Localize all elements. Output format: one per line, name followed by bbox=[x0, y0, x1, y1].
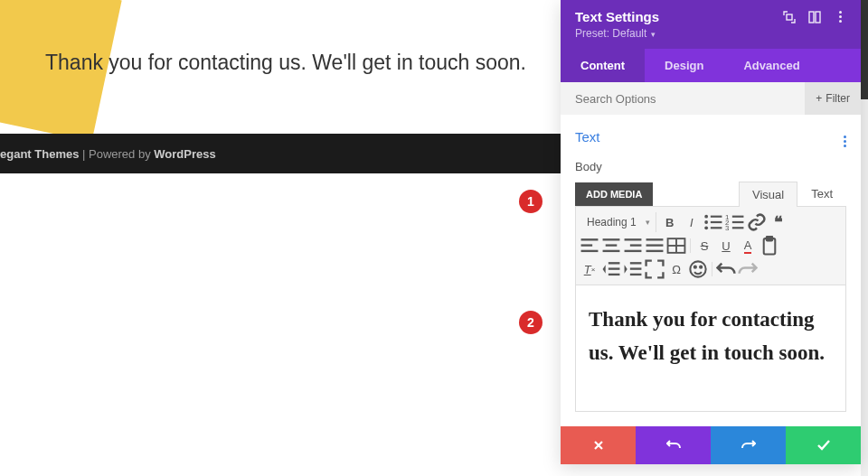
special-char-icon[interactable]: Ω bbox=[666, 259, 686, 279]
search-input[interactable] bbox=[575, 92, 805, 106]
svg-rect-21 bbox=[625, 238, 642, 240]
caret-down-icon: ▾ bbox=[648, 30, 656, 39]
filter-button[interactable]: + Filter bbox=[805, 82, 861, 115]
svg-rect-14 bbox=[732, 227, 744, 229]
editor-toolbar: Heading 1 ▾ B I 123 ❝ S U A bbox=[575, 206, 846, 285]
svg-rect-15 bbox=[581, 238, 599, 240]
svg-rect-33 bbox=[609, 267, 620, 269]
undo-icon[interactable] bbox=[716, 259, 736, 279]
outdent-icon[interactable] bbox=[601, 259, 621, 279]
italic-icon[interactable]: I bbox=[682, 212, 702, 232]
emoji-icon[interactable] bbox=[688, 259, 708, 279]
align-center-icon[interactable] bbox=[601, 236, 621, 256]
editor-tab-text[interactable]: Text bbox=[797, 181, 846, 206]
blockquote-icon[interactable]: ❝ bbox=[769, 212, 788, 232]
svg-rect-24 bbox=[646, 238, 664, 240]
indent-icon[interactable] bbox=[623, 259, 643, 279]
svg-rect-0 bbox=[787, 14, 792, 20]
preset-label: Preset: Default bbox=[575, 27, 646, 40]
align-justify-icon[interactable] bbox=[645, 236, 665, 256]
page-message: Thank you for contacting us. We'll get i… bbox=[45, 51, 526, 75]
svg-text:3: 3 bbox=[725, 224, 730, 232]
align-left-icon[interactable] bbox=[580, 236, 599, 256]
underline-icon[interactable]: U bbox=[716, 236, 736, 256]
svg-point-3 bbox=[704, 215, 708, 219]
footer-theme: egant Themes bbox=[0, 147, 79, 161]
svg-rect-32 bbox=[609, 262, 620, 264]
svg-point-5 bbox=[704, 220, 708, 224]
save-button[interactable] bbox=[786, 426, 861, 464]
svg-point-40 bbox=[700, 266, 702, 268]
text-color-icon[interactable]: A bbox=[738, 236, 758, 256]
align-right-icon[interactable] bbox=[623, 236, 643, 256]
divider bbox=[712, 262, 712, 276]
svg-point-7 bbox=[704, 226, 708, 229]
undo-button[interactable] bbox=[636, 426, 711, 464]
svg-rect-36 bbox=[630, 267, 642, 269]
panel-header: Text Settings Preset: Default ▾ bbox=[561, 0, 861, 49]
redo-button[interactable] bbox=[711, 426, 786, 464]
svg-rect-26 bbox=[646, 250, 664, 252]
section-title: Text bbox=[575, 129, 600, 145]
table-icon[interactable] bbox=[666, 236, 686, 256]
svg-rect-35 bbox=[630, 262, 642, 264]
svg-point-39 bbox=[694, 266, 696, 268]
svg-rect-17 bbox=[581, 250, 599, 252]
svg-rect-22 bbox=[630, 244, 642, 246]
footer-sep: | Powered by bbox=[79, 147, 154, 161]
section-menu-icon[interactable] bbox=[844, 126, 846, 147]
svg-rect-12 bbox=[732, 221, 744, 223]
snap-icon[interactable] bbox=[808, 11, 821, 23]
close-button[interactable] bbox=[561, 426, 636, 464]
editor-tab-visual[interactable]: Visual bbox=[739, 182, 797, 207]
add-media-button[interactable]: ADD MEDIA bbox=[575, 182, 653, 206]
svg-rect-6 bbox=[711, 221, 722, 223]
svg-rect-8 bbox=[711, 227, 722, 229]
editor-content[interactable]: Thank you for contacting us. We'll get i… bbox=[589, 303, 833, 370]
svg-rect-34 bbox=[609, 274, 620, 275]
plus-icon: + bbox=[816, 92, 822, 105]
svg-rect-18 bbox=[603, 238, 620, 240]
svg-rect-4 bbox=[711, 216, 722, 218]
tab-design[interactable]: Design bbox=[645, 49, 723, 82]
svg-rect-31 bbox=[767, 237, 772, 241]
clipboard-icon[interactable] bbox=[760, 236, 779, 256]
search-row: + Filter bbox=[561, 82, 861, 115]
svg-rect-37 bbox=[630, 274, 642, 275]
clear-format-icon[interactable]: T× bbox=[580, 259, 599, 279]
text-editor-body[interactable]: Thank you for contacting us. We'll get i… bbox=[575, 285, 846, 412]
panel-menu-icon[interactable] bbox=[834, 11, 846, 23]
filter-label: Filter bbox=[826, 92, 850, 105]
expand-icon[interactable] bbox=[783, 11, 796, 23]
svg-rect-2 bbox=[816, 12, 820, 23]
tab-advanced[interactable]: Advanced bbox=[723, 49, 819, 82]
panel-title: Text Settings bbox=[575, 9, 659, 24]
strikethrough-icon[interactable]: S bbox=[694, 236, 714, 256]
link-icon[interactable] bbox=[747, 212, 767, 232]
number-list-icon[interactable]: 123 bbox=[725, 212, 745, 232]
panel-actions bbox=[561, 426, 861, 464]
bold-icon[interactable]: B bbox=[660, 212, 680, 232]
svg-rect-25 bbox=[646, 244, 664, 246]
heading-select[interactable]: Heading 1 ▾ bbox=[580, 212, 656, 232]
redo-icon[interactable] bbox=[738, 259, 758, 279]
fullscreen-icon[interactable] bbox=[645, 259, 665, 279]
svg-rect-10 bbox=[732, 216, 744, 218]
svg-rect-1 bbox=[809, 12, 814, 23]
panel-tabs: Content Design Advanced bbox=[561, 49, 861, 82]
caret-down-icon: ▾ bbox=[646, 218, 650, 227]
text-section: Text Body ADD MEDIA Visual Text Heading … bbox=[561, 115, 861, 426]
page-scrollbar-thumb[interactable] bbox=[861, 0, 868, 99]
svg-rect-19 bbox=[606, 244, 618, 246]
annotation-badge-2: 2 bbox=[519, 311, 542, 334]
heading-select-label: Heading 1 bbox=[587, 216, 637, 229]
svg-rect-16 bbox=[581, 244, 593, 246]
divider bbox=[690, 238, 691, 253]
preset-selector[interactable]: Preset: Default ▾ bbox=[575, 27, 846, 40]
svg-rect-23 bbox=[625, 250, 642, 252]
text-settings-panel: Text Settings Preset: Default ▾ Content … bbox=[561, 0, 861, 464]
body-label: Body bbox=[575, 160, 846, 173]
bullet-list-icon[interactable] bbox=[703, 212, 723, 232]
svg-rect-20 bbox=[603, 250, 620, 252]
tab-content[interactable]: Content bbox=[561, 49, 645, 82]
